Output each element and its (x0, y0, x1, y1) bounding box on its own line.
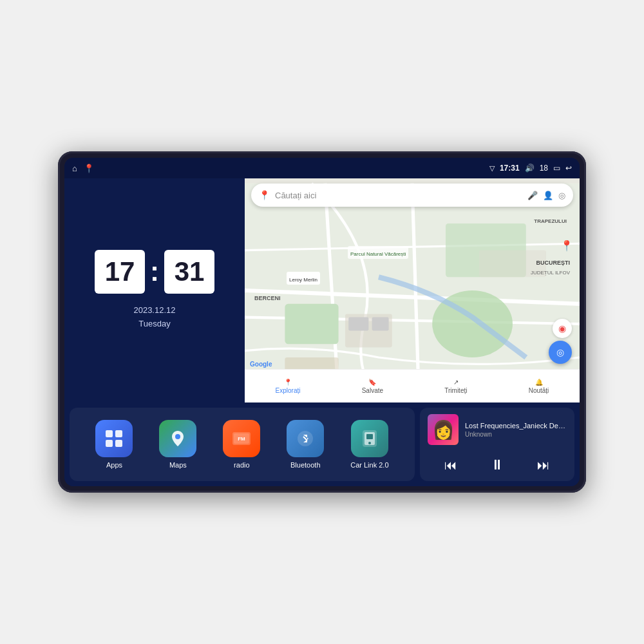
berceni-label: BERCENI (254, 291, 281, 303)
top-section: 17 : 31 2023.12.12 Tuesday (64, 178, 580, 402)
battery-icon: ▭ (553, 164, 560, 173)
map-search-bar[interactable]: 📍 Căutați aici 🎤 👤 ◎ (251, 184, 573, 207)
signal-icon: ▽ (489, 164, 495, 173)
svg-rect-15 (115, 430, 122, 437)
maps-icon (159, 420, 196, 457)
clock-colon: : (150, 258, 159, 285)
map-search-actions: 🎤 👤 ◎ (527, 191, 565, 200)
leroy-label: Leroy Merlin (287, 272, 320, 285)
bottom-section: Apps Maps (64, 402, 580, 486)
svg-rect-14 (106, 430, 113, 437)
svg-rect-25 (366, 434, 373, 439)
map-nav-bar: 📍 Explorați 🔖 Salvate ↗ Trimiteți 🔔 (245, 369, 580, 402)
app-item-maps[interactable]: Maps (159, 420, 196, 469)
bluetooth-icon (287, 420, 324, 457)
music-thumbnail-image: 👩 (432, 419, 455, 440)
svg-rect-13 (372, 317, 389, 331)
svg-point-18 (175, 434, 180, 439)
maps-label: Maps (169, 461, 187, 469)
map-nav-explore[interactable]: 📍 Explorați (276, 379, 301, 394)
svg-point-26 (368, 442, 371, 444)
music-artist: Unknown (465, 431, 567, 438)
back-button[interactable]: ↩ (565, 164, 572, 173)
clock-display: 17 : 31 (95, 250, 214, 294)
app-item-bluetooth[interactable]: Bluetooth (287, 420, 324, 469)
map-section[interactable]: 📍 Căutați aici 🎤 👤 ◎ TRAPEZULUI BUCUR (245, 178, 580, 402)
screen: ⌂ 📍 ▽ 17:31 🔊 18 ▭ ↩ 17 : (64, 158, 580, 486)
carlink-icon (351, 420, 388, 457)
main-content: 17 : 31 2023.12.12 Tuesday (64, 178, 580, 486)
apps-icon (95, 420, 133, 457)
account-icon[interactable]: 👤 (543, 191, 553, 200)
app-item-carlink[interactable]: Car Link 2.0 (350, 420, 388, 469)
status-bar: ⌂ 📍 ▽ 17:31 🔊 18 ▭ ↩ (64, 158, 580, 178)
day-value: Tuesday (133, 317, 175, 331)
map-search-placeholder[interactable]: Căutați aici (275, 191, 522, 200)
carlink-label: Car Link 2.0 (350, 461, 388, 469)
news-icon: 🔔 (535, 379, 543, 386)
share-icon: ↗ (453, 379, 459, 386)
music-thumbnail: 👩 (428, 414, 459, 445)
mic-icon[interactable]: 🎤 (527, 191, 538, 200)
music-details: Lost Frequencies_Janieck Devy-... Unknow… (465, 422, 567, 438)
clock-minutes: 31 (164, 250, 214, 294)
radio-label: radio (234, 461, 249, 469)
app-grid: Apps Maps (70, 408, 415, 481)
map-location-pin: 📍 (560, 240, 573, 252)
apps-label: Apps (106, 461, 122, 469)
radio-icon: FM (223, 420, 260, 457)
battery-level: 18 (540, 164, 548, 173)
map-logo-icon: 📍 (259, 190, 270, 200)
clock-widget: 17 : 31 2023.12.12 Tuesday (64, 178, 245, 402)
volume-icon: 🔊 (525, 164, 535, 173)
map-nav-share[interactable]: ↗ Trimiteți (444, 379, 467, 394)
device: ⌂ 📍 ▽ 17:31 🔊 18 ▭ ↩ 17 : (58, 151, 586, 493)
music-controls: ⏮ ⏸ ⏭ (420, 451, 574, 481)
google-logo: Google (250, 361, 272, 368)
compass-button[interactable]: ◉ (553, 319, 572, 338)
date-display: 2023.12.12 Tuesday (133, 304, 175, 331)
my-location-button[interactable]: ◎ (549, 341, 572, 364)
svg-rect-17 (115, 440, 122, 447)
map-nav-saved[interactable]: 🔖 Salvate (362, 379, 383, 394)
app-item-radio[interactable]: FM radio (223, 420, 260, 469)
music-player: 👩 Lost Frequencies_Janieck Devy-... Unkn… (420, 408, 574, 481)
clock-hours: 17 (95, 250, 145, 294)
layers-icon[interactable]: ◎ (558, 191, 565, 200)
map-nav-news[interactable]: 🔔 Noutăți (529, 379, 549, 394)
svg-rect-16 (106, 440, 113, 447)
svg-rect-7 (285, 304, 338, 344)
map-icon[interactable]: 📍 (84, 164, 94, 173)
trapezului-label: TRAPEZULUI (534, 214, 567, 225)
time-display: 17:31 (500, 164, 520, 173)
music-title: Lost Frequencies_Janieck Devy-... (465, 422, 567, 430)
app-item-apps[interactable]: Apps (95, 420, 133, 469)
next-button[interactable]: ⏭ (537, 458, 550, 473)
svg-text:FM: FM (238, 436, 246, 442)
parc-label: Parcul Natural Văcărești (348, 246, 408, 259)
status-right: ▽ 17:31 🔊 18 ▭ ↩ (489, 164, 572, 173)
date-value: 2023.12.12 (133, 304, 175, 317)
status-left: ⌂ 📍 (72, 164, 94, 173)
play-pause-button[interactable]: ⏸ (490, 457, 504, 473)
home-icon[interactable]: ⌂ (72, 164, 77, 173)
svg-rect-12 (348, 317, 368, 331)
ilfov-label: JUDEȚUL ILFOV (531, 265, 570, 277)
prev-button[interactable]: ⏮ (444, 458, 457, 473)
saved-icon: 🔖 (368, 379, 376, 386)
explore-icon: 📍 (284, 379, 292, 386)
bluetooth-label: Bluetooth (290, 461, 320, 469)
music-info: 👩 Lost Frequencies_Janieck Devy-... Unkn… (420, 408, 574, 451)
